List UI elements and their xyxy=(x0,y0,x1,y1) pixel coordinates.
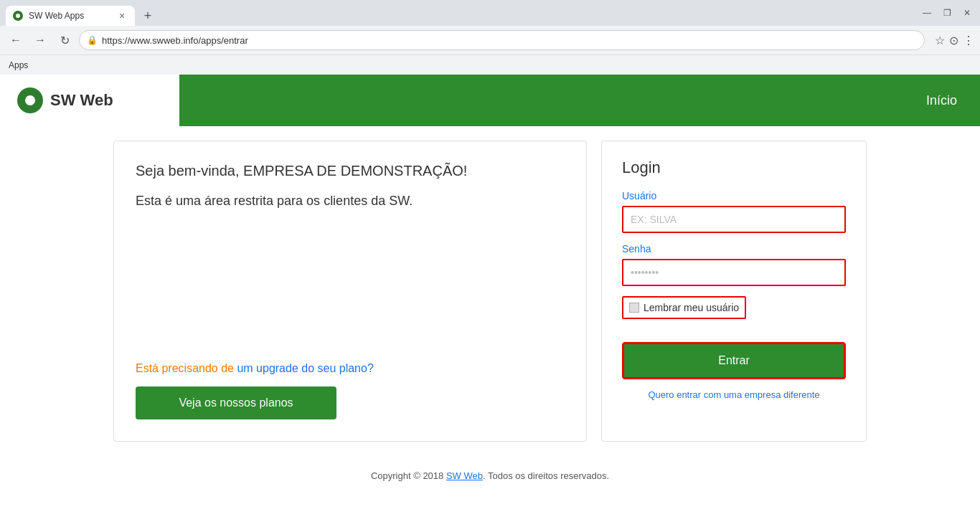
switch-company-link[interactable]: Quero entrar com uma empresa diferente xyxy=(622,389,846,400)
bookmark-bar: Apps xyxy=(0,54,980,75)
page-content: SW Web Início Seja bem-vinda, EMPRESA DE… xyxy=(0,75,980,522)
address-bar: ← → ↻ 🔒 https://www.swweb.info/apps/entr… xyxy=(0,26,980,54)
plans-button[interactable]: Veja os nossos planos xyxy=(136,386,336,419)
upgrade-link[interactable]: um upgrade do seu plano? xyxy=(237,362,373,374)
account-icon[interactable]: ⊙ xyxy=(949,34,958,47)
window-controls: — ❐ ✕ xyxy=(920,8,974,18)
remember-wrapper: Lembrar meu usuário xyxy=(622,296,846,331)
nav-inicio-link[interactable]: Início xyxy=(926,93,957,108)
bookmark-icon[interactable]: ☆ xyxy=(935,34,945,47)
logo-icon xyxy=(17,87,43,113)
upgrade-text-before: Está precisando de xyxy=(136,362,237,374)
address-input[interactable]: 🔒 https://www.swweb.info/apps/entrar xyxy=(79,30,925,50)
password-label: Senha xyxy=(622,243,846,255)
address-right-icons: ☆ ⊙ ⋮ xyxy=(935,34,974,47)
bookmark-apps[interactable]: Apps xyxy=(9,60,28,70)
site-footer: Copyright © 2018 SW Web. Todos os direit… xyxy=(0,456,980,495)
submit-button[interactable]: Entrar xyxy=(622,342,846,379)
welcome-text: Seja bem-vinda, EMPRESA DE DEMONSTRAÇÃO! xyxy=(136,163,565,179)
remember-label: Lembrar meu usuário xyxy=(644,302,739,313)
close-button[interactable]: ✕ xyxy=(960,8,974,18)
logo-area: SW Web xyxy=(0,87,179,113)
restore-button[interactable]: ❐ xyxy=(940,8,954,18)
right-card: Login Usuário Senha Lembrar meu usuário … xyxy=(601,141,867,442)
url-text: https://www.swweb.info/apps/entrar xyxy=(102,35,917,46)
new-tab-button[interactable]: + xyxy=(138,6,158,26)
forward-button[interactable]: → xyxy=(30,30,50,50)
reload-button[interactable]: ↻ xyxy=(55,30,75,50)
upgrade-section: Está precisando de um upgrade do seu pla… xyxy=(136,362,565,419)
username-label: Usuário xyxy=(622,190,846,201)
lock-icon: 🔒 xyxy=(87,35,98,45)
footer-text-before: Copyright © 2018 xyxy=(371,470,446,481)
remember-checkbox[interactable] xyxy=(629,303,639,313)
tab-favicon xyxy=(13,11,23,21)
password-input[interactable] xyxy=(622,259,846,286)
header-nav: Início xyxy=(179,75,980,126)
main-area: Seja bem-vinda, EMPRESA DE DEMONSTRAÇÃO!… xyxy=(0,126,980,456)
restricted-text: Esta é uma área restrita para os cliente… xyxy=(136,194,565,209)
site-header: SW Web Início xyxy=(0,75,980,126)
active-tab[interactable]: SW Web Apps × xyxy=(6,6,135,26)
left-card: Seja bem-vinda, EMPRESA DE DEMONSTRAÇÃO!… xyxy=(113,141,587,442)
back-button[interactable]: ← xyxy=(6,30,26,50)
tab-close-button[interactable]: × xyxy=(116,10,128,22)
minimize-button[interactable]: — xyxy=(920,8,934,18)
upgrade-question: Está precisando de um upgrade do seu pla… xyxy=(136,362,565,375)
login-title: Login xyxy=(622,158,846,177)
footer-text-after: . Todos os direitos reservados. xyxy=(483,470,609,481)
tab-title: SW Web Apps xyxy=(29,11,110,21)
logo-text: SW Web xyxy=(50,91,113,110)
remember-row: Lembrar meu usuário xyxy=(622,296,746,319)
footer-link[interactable]: SW Web xyxy=(446,470,483,481)
menu-icon[interactable]: ⋮ xyxy=(963,34,974,47)
username-input[interactable] xyxy=(622,206,846,233)
